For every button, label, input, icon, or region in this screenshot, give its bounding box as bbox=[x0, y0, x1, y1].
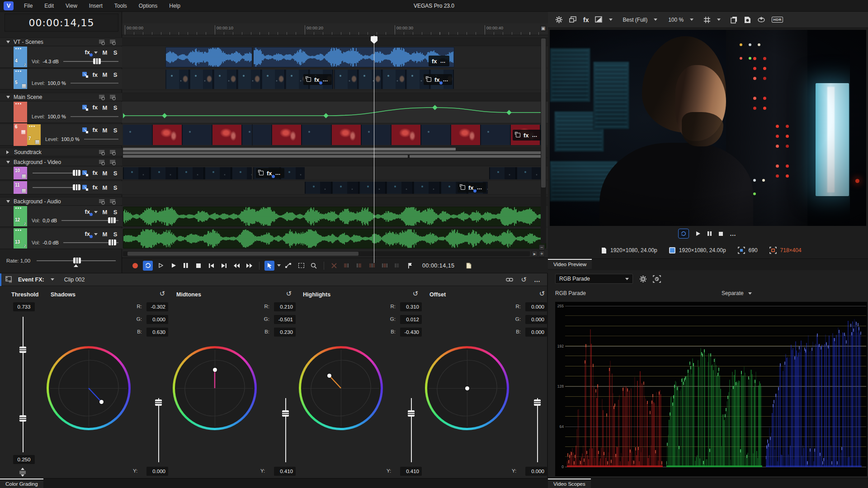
clip-name[interactable]: Clip 002 bbox=[64, 277, 85, 283]
solo-button[interactable]: S bbox=[112, 170, 118, 177]
scope-mode-dropdown[interactable]: Separate bbox=[722, 290, 744, 296]
preview-pause-button[interactable] bbox=[707, 231, 712, 236]
slider-handle[interactable] bbox=[73, 170, 80, 176]
zoom-out-button[interactable]: − bbox=[539, 244, 545, 250]
volume-slider[interactable] bbox=[61, 220, 118, 221]
crop-icon[interactable] bbox=[516, 133, 520, 137]
zoom-in-button[interactable]: + bbox=[539, 251, 545, 257]
level-slider[interactable] bbox=[33, 173, 78, 174]
preview-stop-button[interactable] bbox=[718, 231, 723, 236]
split-screen-caret[interactable] bbox=[609, 19, 613, 21]
video-event-thumbnails[interactable] bbox=[123, 125, 546, 145]
group-automation-icon[interactable] bbox=[109, 39, 116, 45]
shadows-g-value[interactable]: 0.000 bbox=[146, 315, 168, 324]
midtones-y-slider[interactable] bbox=[285, 398, 286, 462]
more-icon[interactable]: … bbox=[477, 184, 483, 191]
menu-tools[interactable]: Tools bbox=[108, 0, 133, 12]
rate-slider[interactable] bbox=[37, 260, 116, 261]
split-screen-icon[interactable] bbox=[595, 16, 603, 23]
menu-options[interactable]: Options bbox=[133, 0, 163, 12]
threshold-handle-low[interactable] bbox=[19, 415, 26, 422]
level-slider[interactable] bbox=[84, 139, 118, 140]
mute-button[interactable]: M bbox=[102, 71, 108, 78]
group-header-background-video[interactable]: Background - Video bbox=[0, 158, 122, 166]
more-icon[interactable]: … bbox=[534, 276, 541, 283]
volume-slider[interactable] bbox=[63, 61, 118, 62]
trim-start-icon[interactable] bbox=[342, 261, 352, 271]
offset-g-value[interactable]: 0.000 bbox=[525, 315, 547, 324]
tool-dropdown-caret[interactable] bbox=[277, 264, 281, 267]
event-fx-badge[interactable]: fx … bbox=[429, 56, 449, 66]
offset-y-value[interactable]: 0.000 bbox=[525, 467, 547, 476]
more-icon[interactable]: … bbox=[440, 58, 446, 64]
slider-handle[interactable] bbox=[534, 399, 541, 406]
loop-playback-button[interactable] bbox=[143, 261, 153, 271]
external-monitor-icon[interactable] bbox=[569, 16, 577, 23]
scrollbar-thumb[interactable] bbox=[127, 252, 359, 256]
chevron-down-icon[interactable] bbox=[94, 233, 98, 235]
solo-button[interactable]: S bbox=[112, 184, 118, 191]
more-icon[interactable]: … bbox=[532, 132, 538, 138]
more-icon[interactable]: … bbox=[443, 76, 449, 83]
track-lane-4[interactable]: fx … bbox=[122, 47, 548, 68]
tab-video-preview[interactable]: Video Preview bbox=[548, 259, 592, 269]
rate-slider-handle[interactable] bbox=[73, 258, 81, 263]
reset-shadows-icon[interactable]: ↺ bbox=[158, 290, 166, 298]
event-badges[interactable]: fx … bbox=[513, 130, 541, 141]
mute-button[interactable]: M bbox=[102, 127, 108, 134]
composite-mode-icon[interactable]: ↘ bbox=[82, 72, 88, 78]
event-badges[interactable]: fx … bbox=[256, 168, 284, 178]
solo-button[interactable]: S bbox=[112, 209, 118, 216]
scope-type-dropdown[interactable]: RGB Parade bbox=[555, 274, 633, 284]
menu-file[interactable]: File bbox=[18, 0, 38, 12]
track-color-chip[interactable] bbox=[14, 102, 27, 122]
audio-event[interactable] bbox=[165, 47, 252, 67]
offset-b-value[interactable]: 0.000 bbox=[525, 328, 547, 337]
delete-tool-icon[interactable] bbox=[329, 261, 339, 271]
track-color-chip[interactable]: 5 ▦ bbox=[14, 69, 27, 89]
zoom-tool-button[interactable] bbox=[309, 261, 319, 271]
highlights-y-slider[interactable] bbox=[411, 398, 412, 462]
copy-frame-icon[interactable] bbox=[731, 16, 738, 23]
crop-icon[interactable] bbox=[461, 185, 465, 190]
midtones-b-value[interactable]: 0.230 bbox=[274, 328, 296, 337]
marker-icon[interactable] bbox=[405, 261, 415, 271]
highlights-r-value[interactable]: 0.310 bbox=[400, 302, 422, 311]
envelope-tool-button[interactable] bbox=[283, 261, 293, 271]
track-fx-button[interactable]: fx bbox=[92, 105, 98, 110]
menu-edit[interactable]: Edit bbox=[38, 0, 60, 12]
track-fx-button[interactable]: fx bbox=[85, 231, 90, 237]
volume-value[interactable]: -4.3 dB bbox=[42, 59, 58, 64]
track-header-4[interactable]: 4 ♪ fx M S Vol: -4.3 dB bbox=[0, 47, 122, 68]
track-color-chip[interactable]: 10 ▦ bbox=[14, 167, 27, 179]
composite-mode-icon[interactable]: ↘ bbox=[82, 170, 88, 176]
reset-midtones-icon[interactable]: ↺ bbox=[285, 290, 293, 298]
playhead-line[interactable] bbox=[374, 35, 374, 263]
solo-button[interactable]: S bbox=[112, 71, 118, 78]
composite-mode-icon[interactable]: ↘ bbox=[82, 127, 88, 133]
mute-button[interactable]: M bbox=[102, 231, 108, 238]
normal-edit-tool-button[interactable] bbox=[264, 261, 274, 271]
track-fx-button[interactable]: fx bbox=[85, 50, 90, 55]
track-fx-button[interactable]: fx bbox=[92, 72, 98, 78]
track-fx-button[interactable]: fx bbox=[92, 127, 98, 133]
group-bus-icon[interactable] bbox=[99, 39, 105, 45]
volume-value[interactable]: 0,0 dB bbox=[42, 218, 57, 223]
fast-forward-button[interactable] bbox=[244, 261, 254, 271]
track-lane-7[interactable]: fx … bbox=[122, 124, 548, 146]
trim-end-icon[interactable] bbox=[354, 261, 364, 271]
track-lane-10[interactable]: fx … bbox=[122, 167, 548, 180]
track-lane-13[interactable] bbox=[122, 228, 548, 249]
composite-mode-icon[interactable]: ↘ bbox=[82, 185, 88, 191]
slip-tool-icon[interactable] bbox=[367, 261, 377, 271]
highlights-y-value[interactable]: 0.410 bbox=[400, 467, 422, 476]
highlights-g-value[interactable]: 0.012 bbox=[400, 315, 422, 324]
scope-refresh-icon[interactable] bbox=[653, 275, 661, 283]
collapsed-event-bar[interactable] bbox=[123, 148, 456, 150]
vertical-scrollbar[interactable] bbox=[541, 38, 546, 244]
shadows-color-wheel[interactable] bbox=[47, 346, 131, 430]
wheel-indicator-dot[interactable] bbox=[213, 368, 217, 372]
preview-zoom-dropdown[interactable]: 100 % bbox=[668, 17, 684, 23]
solo-button[interactable]: S bbox=[112, 49, 118, 56]
reset-offset-icon[interactable]: ↺ bbox=[538, 290, 546, 298]
